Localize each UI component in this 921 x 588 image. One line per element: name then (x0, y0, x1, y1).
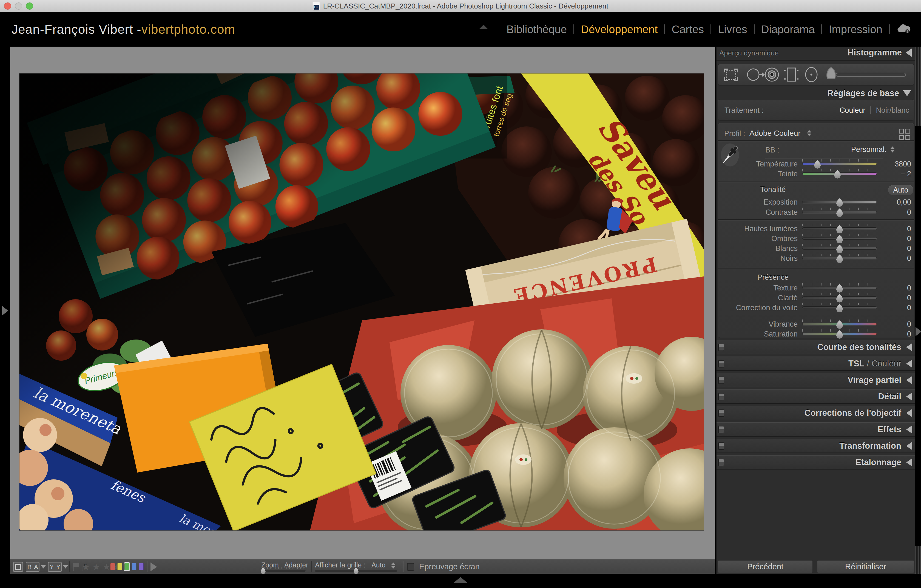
photo[interactable]: fruites font torres de seg (20, 73, 704, 530)
panel-detail[interactable]: Détail (716, 389, 916, 404)
histogram-panel-title[interactable]: Histogramme (848, 48, 902, 58)
grid-mode-updown-icon[interactable] (391, 562, 395, 568)
clarity-track[interactable] (802, 296, 877, 299)
module-developpement[interactable]: Développement (581, 23, 657, 36)
soft-proof-checkbox[interactable] (407, 563, 414, 571)
profile-updown-icon[interactable] (807, 130, 811, 136)
right-panel-scrollbar[interactable] (915, 47, 921, 574)
grid-mode-value[interactable]: Auto (371, 561, 386, 569)
saturation-track[interactable] (802, 333, 877, 335)
highlights-track[interactable] (802, 227, 877, 230)
color-label-blue[interactable] (132, 563, 137, 570)
profile-label: Profil : (724, 129, 745, 138)
filmstrip-strip (0, 574, 921, 588)
color-label-red[interactable] (110, 563, 115, 570)
panel-switch[interactable] (718, 344, 724, 351)
temperature-slider: Température 3800 (716, 159, 916, 169)
auto-button[interactable]: Auto (888, 185, 913, 195)
color-label-yellow[interactable] (117, 563, 122, 570)
whites-slider: Blancs 0 (716, 244, 916, 253)
whites-track[interactable] (802, 247, 877, 249)
reference-view-button[interactable]: RA (26, 562, 39, 572)
dehaze-track[interactable] (802, 306, 877, 309)
reset-button[interactable]: Réinitialiser (817, 560, 914, 573)
histogram-panel-header[interactable]: Aperçu dynamique Histogramme (716, 47, 916, 60)
crop-tool-icon[interactable] (725, 69, 737, 81)
color-label-green[interactable] (124, 563, 129, 570)
left-panel-reveal-arrow[interactable] (2, 306, 8, 315)
collapse-left-icon[interactable] (906, 49, 912, 57)
temperature-track[interactable] (802, 163, 877, 165)
reference-view-caret[interactable] (41, 565, 46, 568)
treatment-color-option[interactable]: Couleur (840, 106, 866, 115)
exposure-thumb[interactable] (836, 198, 843, 207)
panel-tone-curve[interactable]: Courbe des tonalités (716, 340, 916, 354)
module-cartes[interactable]: Cartes (672, 23, 704, 36)
cloud-sync-icon[interactable] (897, 24, 911, 35)
module-separator (754, 24, 755, 34)
top-panel-reveal-arrow[interactable] (479, 25, 488, 29)
panel-switch[interactable] (718, 360, 724, 368)
panel-transform[interactable]: Transformation (716, 439, 916, 453)
panel-switch[interactable] (718, 426, 724, 433)
basic-panel-header[interactable]: Réglages de base (827, 88, 911, 98)
panel-switch[interactable] (718, 393, 724, 401)
module-bibliotheque[interactable]: Bibliothèque (506, 23, 567, 36)
right-panel: Aperçu dynamique Histogramme (716, 47, 915, 574)
basic-panel-title[interactable]: Réglages de base (827, 88, 899, 98)
treatment-bw-option[interactable]: Noir/blanc (876, 106, 909, 115)
panel-effects[interactable]: Effets (716, 422, 916, 437)
wb-value[interactable]: Personnal. (835, 145, 887, 154)
contrast-track[interactable] (802, 211, 877, 213)
panel-calibration[interactable]: Etalonnage (716, 455, 916, 469)
radial-filter-tool-icon[interactable] (805, 67, 817, 82)
exposure-track[interactable] (802, 201, 877, 203)
panel-switch[interactable] (718, 459, 724, 466)
panel-switch[interactable] (718, 409, 724, 417)
before-after-caret[interactable] (63, 565, 68, 568)
spot-removal-tool-icon[interactable] (747, 69, 764, 80)
title-bar: Lrc LR-CLASSIC_CatMBP_2020.lrcat - Adobe… (0, 0, 921, 12)
panel-switch[interactable] (718, 376, 724, 384)
highlights-slider: Hautes lumières 0 (716, 224, 916, 234)
wb-updown-icon[interactable] (890, 147, 895, 153)
module-separator (664, 24, 665, 34)
soft-proof-label[interactable]: Epreuvage écran (419, 562, 480, 571)
module-livres[interactable]: Livres (718, 23, 747, 36)
tool-strip (718, 64, 914, 86)
profile-value[interactable]: Adobe Couleur (749, 129, 801, 138)
module-diaporama[interactable]: Diaporama (761, 23, 815, 36)
tint-track[interactable] (802, 173, 877, 175)
module-picker: Bibliothèque Développement Cartes Livres… (506, 12, 911, 47)
blacks-track[interactable] (802, 257, 877, 259)
panel-lens-corrections[interactable]: Corrections de l'objectif (716, 406, 916, 420)
texture-track[interactable] (802, 287, 877, 289)
filmstrip-reveal-arrow[interactable] (453, 577, 468, 583)
window-title: LR-CLASSIC_CatMBP_2020.lrcat - Adobe Pho… (323, 2, 609, 10)
zoom-slider[interactable] (262, 570, 306, 572)
identity-plate[interactable]: Jean-François Vibert - vibertphoto.com (11, 12, 235, 47)
identity-site: vibertphoto.com (142, 22, 235, 37)
profile-browser-icon[interactable] (899, 129, 911, 140)
right-panel-reveal-arrow[interactable] (916, 327, 921, 336)
before-after-view-button[interactable]: YY (48, 562, 62, 572)
graduated-filter-tool-icon[interactable] (784, 68, 799, 81)
color-label-purple[interactable] (139, 563, 144, 570)
red-eye-tool-icon[interactable] (765, 68, 778, 81)
shadows-track[interactable] (802, 237, 877, 240)
texture-slider: Texture 0 (716, 283, 916, 293)
module-separator (889, 24, 890, 34)
vibrance-track[interactable] (802, 323, 877, 325)
module-impression[interactable]: Impression (828, 23, 882, 36)
grid-size-slider[interactable] (315, 570, 397, 572)
adjustment-brush-tool-icon[interactable] (827, 67, 906, 78)
loupe-view-button[interactable] (13, 562, 23, 572)
panel-split-toning[interactable]: Virage partiel (716, 373, 916, 387)
panel-switch[interactable] (718, 442, 724, 450)
slideshow-play-button[interactable] (150, 562, 157, 571)
panel-hsl-color[interactable]: TSL / Couleur (716, 357, 916, 371)
identity-name: Jean-François Vibert - (11, 22, 142, 37)
grid-overlay-label: Afficher la grille : (315, 561, 365, 569)
previous-button[interactable]: Précédent (718, 560, 813, 573)
clarity-slider: Clarté 0 (716, 293, 916, 303)
